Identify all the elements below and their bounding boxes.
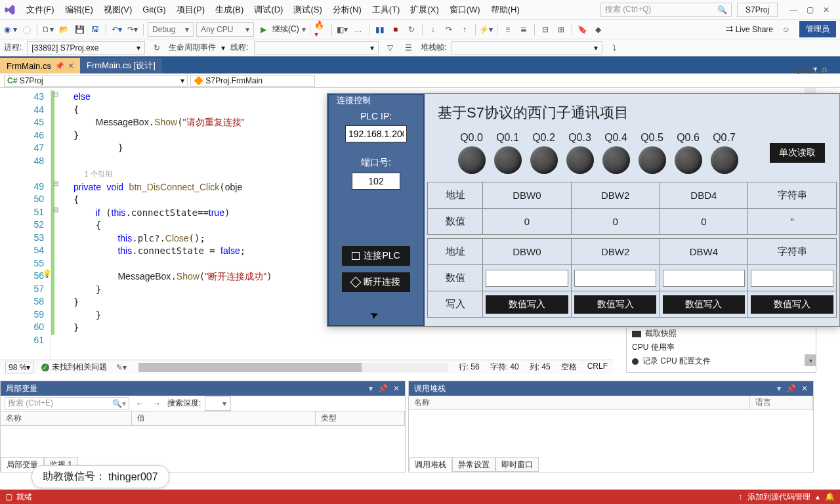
tab-immediate[interactable]: 即时窗口 [495, 457, 539, 472]
feedback-icon[interactable]: ☺ [780, 23, 793, 36]
write-input-2[interactable] [663, 270, 746, 287]
tool-a-icon[interactable]: ⚡▾ [480, 23, 493, 36]
process-dropdown[interactable]: [33892] S7Proj.exe▾ [27, 41, 145, 54]
locals-header[interactable]: 局部变量 ▾ 📌 ✕ [1, 381, 405, 396]
stackframe-dropdown[interactable]: ▾ [452, 41, 602, 54]
tab-frmmain-cs[interactable]: FrmMain.cs 📌 × [0, 58, 80, 74]
fold-icon[interactable]: ⊟ [51, 91, 60, 98]
screenshot-icon[interactable]: … [352, 23, 365, 36]
ip-input[interactable] [345, 125, 407, 142]
pin-panel-icon[interactable]: 📌 [786, 384, 796, 393]
locals-search[interactable]: 搜索 (Ctrl+E) 🔍▾ [5, 397, 129, 410]
pause-icon[interactable]: ▮▮ [373, 23, 387, 36]
read-once-button[interactable]: 单次读取 [770, 143, 825, 163]
thread-dropdown[interactable]: ▾ [254, 41, 379, 54]
pin-panel-icon[interactable]: 📌 [378, 384, 388, 393]
stack-tool-icon[interactable]: ⤵ [608, 41, 621, 54]
comment-icon[interactable]: ⊟ [539, 23, 552, 36]
indent-icon[interactable]: ≡ [501, 23, 514, 36]
notifications-icon[interactable]: 🔔 [825, 492, 835, 501]
port-input[interactable] [352, 173, 400, 190]
minimize-button[interactable]: — [789, 5, 797, 14]
disconnect-button[interactable]: 断开连接 [342, 272, 410, 292]
save-icon[interactable]: 💾 [73, 23, 86, 36]
forward-icon[interactable]: ◯ [20, 23, 33, 36]
menu-edit[interactable]: 编辑(E) [60, 1, 98, 18]
continue-button[interactable]: 继续(C) [272, 24, 299, 35]
record-cpu-button[interactable]: 记录 CPU 配置文件 [632, 354, 810, 368]
diag-scroll-down[interactable]: ▾ [805, 354, 816, 366]
snapshot-button[interactable]: 截取快照 [632, 327, 810, 341]
write-btn-2[interactable]: 数值写入 [663, 295, 746, 314]
write-input-0[interactable] [486, 270, 568, 287]
menu-window[interactable]: 窗口(W) [444, 1, 486, 18]
threads-icon[interactable]: ☰ [402, 41, 415, 54]
fold-icon[interactable]: ⊟ [51, 206, 60, 213]
menu-git[interactable]: Git(G) [137, 2, 171, 17]
nav-class-dropdown[interactable]: 🔶 S7Proj.FrmMain [190, 75, 315, 87]
nav-project-dropdown[interactable]: C# S7Proj▾ [4, 75, 188, 87]
close-tab-icon[interactable]: × [68, 60, 74, 71]
hotreload-icon[interactable]: 🔥▾ [314, 23, 327, 36]
menu-extensions[interactable]: 扩展(X) [405, 1, 444, 18]
lightbulb-icon[interactable]: 💡 [42, 268, 52, 281]
refresh-process-icon[interactable]: ↻ [150, 41, 163, 54]
callstack-header[interactable]: 调用堆栈 ▾ 📌 ✕ [409, 381, 813, 396]
write-input-3[interactable] [751, 270, 833, 287]
connect-plc-button[interactable]: 连接PLC [342, 246, 410, 266]
bookmark-icon[interactable]: 🔖 [576, 23, 589, 36]
panel-dropdown-icon[interactable]: ▾ [369, 384, 373, 393]
menu-project[interactable]: 项目(P) [171, 1, 210, 18]
new-file-icon[interactable]: 🗋▾ [41, 23, 54, 36]
chevron-up-icon[interactable]: ▴ [816, 492, 820, 501]
diagnostic-tools-header[interactable]: 诊断工具 [795, 66, 827, 75]
error-list-summary[interactable]: ✓ 未找到相关问题 [41, 362, 107, 373]
undo-icon[interactable]: ↶▾ [110, 23, 123, 36]
write-btn-1[interactable]: 数值写入 [574, 295, 657, 314]
title-search[interactable]: 搜索 (Ctrl+Q) 🔍 [600, 3, 732, 17]
menu-analyze[interactable]: 分析(N) [327, 1, 367, 18]
write-btn-0[interactable]: 数值写入 [486, 295, 568, 314]
upload-icon[interactable]: ↑ [738, 492, 742, 501]
uncomment-icon[interactable]: ⊞ [555, 23, 568, 36]
bookmark2-icon[interactable]: ◆ [592, 23, 605, 36]
zoom-dropdown[interactable]: 98 % ▾ [5, 362, 33, 373]
write-btn-3[interactable]: 数值写入 [751, 295, 833, 314]
close-panel-icon[interactable]: ✕ [801, 384, 808, 393]
menu-test[interactable]: 测试(S) [288, 1, 327, 18]
nav-back-icon[interactable]: ← [133, 397, 146, 410]
menu-file[interactable]: 文件(F) [21, 1, 60, 18]
close-button[interactable]: ✕ [823, 5, 830, 14]
tab-exception-settings[interactable]: 异常设置 [452, 457, 495, 472]
continue-icon[interactable]: ▶ [257, 23, 270, 36]
menu-build[interactable]: 生成(B) [210, 1, 249, 18]
config-dropdown[interactable]: Debug▾ [148, 22, 194, 37]
browser-icon[interactable]: ◧▾ [336, 23, 349, 36]
maximize-button[interactable]: ▢ [807, 5, 814, 14]
menu-tools[interactable]: 工具(T) [367, 1, 406, 18]
stepover-icon[interactable]: ↷ [442, 23, 455, 36]
tab-callstack[interactable]: 调用堆栈 [409, 457, 452, 472]
stepinto-icon[interactable]: ↓ [427, 23, 440, 36]
close-panel-icon[interactable]: ✕ [393, 384, 400, 393]
depth-dropdown[interactable]: ▾ [205, 396, 231, 411]
saveall-icon[interactable]: 🖫 [89, 23, 102, 36]
fold-icon[interactable]: ⊟ [51, 180, 60, 187]
open-icon[interactable]: 📂 [57, 23, 70, 36]
filter-icon[interactable]: ▽ [384, 41, 397, 54]
source-control-button[interactable]: 添加到源代码管理 [747, 492, 810, 503]
pin-icon[interactable]: 📌 [55, 62, 64, 70]
menu-view[interactable]: 视图(V) [98, 1, 137, 18]
platform-dropdown[interactable]: Any CPU▾ [196, 22, 254, 37]
write-input-1[interactable] [574, 270, 657, 287]
brush-icon[interactable]: ✎▾ [115, 361, 128, 374]
menu-help[interactable]: 帮助(H) [486, 1, 525, 18]
menu-debug[interactable]: 调试(D) [249, 1, 288, 18]
nav-fwd-icon[interactable]: → [150, 397, 163, 410]
tab-frmmain-designer[interactable]: FrmMain.cs [设计] [80, 58, 162, 74]
live-share-button[interactable]: ⮆ Live Share [721, 25, 777, 34]
panel-dropdown-icon[interactable]: ▾ [777, 384, 781, 393]
back-icon[interactable]: ◉ ▾ [4, 23, 17, 36]
stepout-icon[interactable]: ↑ [458, 23, 471, 36]
restart-icon[interactable]: ↻ [405, 23, 418, 36]
